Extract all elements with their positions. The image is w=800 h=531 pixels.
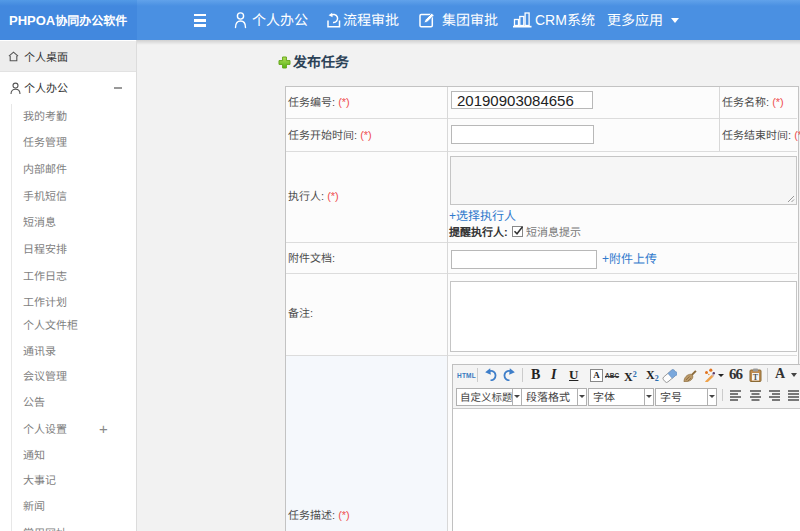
svg-text:T: T — [753, 373, 759, 382]
